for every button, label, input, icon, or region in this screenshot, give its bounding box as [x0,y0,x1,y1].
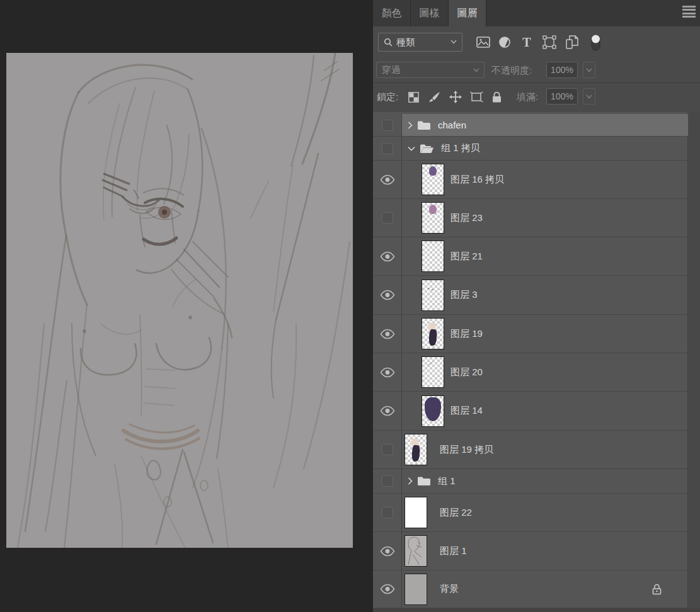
lock-transparency-icon[interactable] [406,90,421,104]
visibility-toggle[interactable] [373,237,402,275]
eye-icon [380,584,395,594]
eye-icon [380,367,395,378]
eye-icon [380,174,395,185]
layer-row[interactable]: 图层 23 [373,199,688,237]
sketch-drawing [6,53,353,548]
layer-thumbnail[interactable] [405,574,427,605]
chevron-right-icon[interactable] [408,477,413,485]
chevron-down-icon [473,68,479,72]
layer-row[interactable]: 图层 22 [373,494,688,532]
tab-patterns[interactable]: 圖樣 [411,0,449,26]
panel-menu-icon[interactable] [682,6,696,18]
visibility-toggle[interactable] [373,494,402,531]
smart-object-filter-icon[interactable] [564,35,580,50]
visibility-off-box [382,212,393,224]
visibility-toggle[interactable] [373,199,402,237]
adjustment-layer-filter-icon[interactable] [496,35,513,50]
canvas-workarea [0,0,373,612]
fill-label: 填滿: [517,91,538,103]
layer-thumbnail[interactable] [422,164,444,195]
layer-filter-row: 種類 T [373,26,700,57]
tab-color[interactable]: 顏色 [373,0,411,26]
layer-row-chafen[interactable]: chafen [373,114,688,137]
chevron-down-icon[interactable] [408,146,415,151]
panel-bottom-strip [373,608,700,612]
layer-thumbnail[interactable] [422,202,444,234]
visibility-off-box [382,120,393,131]
filter-kind-select[interactable]: 種類 [378,33,462,52]
eye-icon [380,251,395,262]
panel-tabbar: 顏色 圖樣 圖層 [373,0,700,26]
lock-position-icon[interactable] [448,90,463,104]
eye-icon [380,290,395,300]
visibility-toggle[interactable] [373,137,402,160]
blend-mode-select[interactable]: 穿過 [376,62,485,78]
visibility-off-box [382,444,393,455]
layer-thumbnail[interactable] [422,318,444,349]
opacity-label: 不透明度: [491,65,532,77]
lock-row: 鎖定: 填滿: 100% [373,83,700,112]
visibility-toggle[interactable] [373,532,402,570]
visibility-toggle[interactable] [373,315,402,353]
visibility-toggle[interactable] [373,469,402,493]
document-canvas[interactable] [6,53,353,548]
fill-dropdown[interactable] [583,88,595,105]
chevron-down-icon [450,40,457,44]
lock-artboard-icon[interactable] [469,90,484,104]
layer-row[interactable]: 图层 1 [373,532,688,570]
lock-all-icon[interactable] [489,90,504,104]
chevron-right-icon[interactable] [408,122,413,129]
scrollbar-track[interactable] [687,112,700,612]
eye-icon [380,405,395,416]
layer-row[interactable]: 图层 21 [373,237,688,276]
layer-row-group1-copy[interactable]: 组 1 拷贝 [373,137,688,161]
opacity-value[interactable]: 100% [546,62,578,78]
type-layer-filter-icon[interactable]: T [519,35,535,50]
layer-row[interactable]: 图层 3 [373,276,688,315]
layer-thumbnail[interactable] [422,395,444,427]
chevron-down-icon [586,68,592,72]
search-icon [384,38,393,47]
folder-closed-icon [417,476,431,486]
layer-row[interactable]: 图层 19 拷贝 [373,431,688,469]
lock-pixels-icon[interactable] [427,90,442,104]
pixel-layer-filter-icon[interactable] [475,35,491,50]
shape-layer-filter-icon[interactable] [541,35,558,50]
layer-thumbnail[interactable] [422,280,444,311]
layer-lock-icon [652,584,662,595]
layer-list: chafen 组 1 拷贝 图层 16 拷贝 [373,112,700,612]
visibility-toggle[interactable] [373,431,402,468]
layers-panel: 顏色 圖樣 圖層 種類 T [373,0,700,612]
tab-layers[interactable]: 圖層 [449,0,486,26]
visibility-toggle[interactable] [373,353,402,391]
visibility-toggle[interactable] [373,570,402,608]
visibility-off-box [382,143,393,154]
lock-label: 鎖定: [377,91,398,103]
visibility-toggle[interactable] [373,114,402,136]
layer-thumbnail[interactable] [405,535,427,567]
blend-mode-row: 穿過 不透明度: 100% [373,57,700,83]
layer-thumbnail[interactable] [422,241,444,272]
visibility-off-box [382,475,393,487]
opacity-dropdown[interactable] [583,62,595,78]
visibility-off-box [382,507,393,518]
layer-row[interactable]: 图层 16 拷贝 [373,161,688,199]
layer-row[interactable]: 图层 20 [373,353,688,392]
layer-row[interactable]: 图层 19 [373,315,688,353]
layer-thumbnail[interactable] [405,497,427,528]
folder-closed-icon [417,120,431,130]
layer-thumbnail[interactable] [422,356,444,388]
eye-icon [380,329,395,339]
visibility-toggle[interactable] [373,392,402,430]
visibility-toggle[interactable] [373,161,402,198]
fill-value[interactable]: 100% [546,88,578,105]
layer-row[interactable]: 图层 14 [373,392,688,431]
chevron-down-icon [586,94,592,99]
filter-toggle[interactable] [587,35,604,50]
eye-icon [380,546,395,557]
layer-row-background[interactable]: 背景 [373,570,688,608]
visibility-toggle[interactable] [373,276,402,314]
layer-row-group1[interactable]: 组 1 [373,469,688,494]
folder-open-icon [420,144,434,154]
layer-thumbnail[interactable] [405,434,427,465]
